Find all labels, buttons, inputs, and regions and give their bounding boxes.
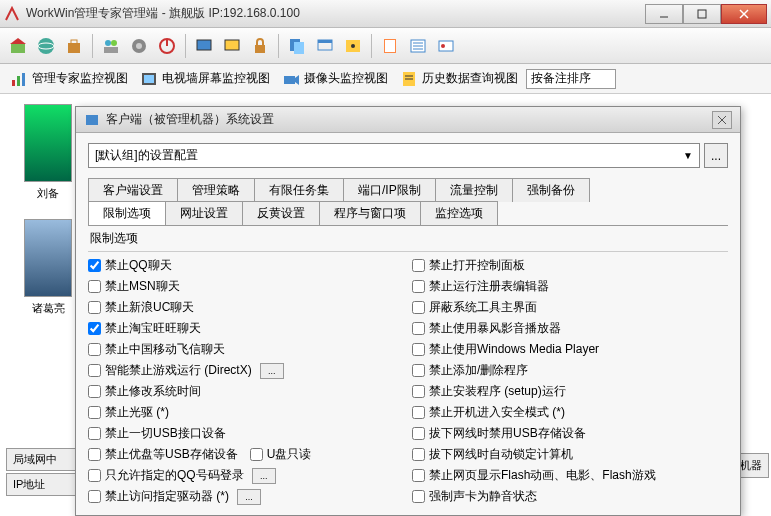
svg-point-33	[441, 44, 445, 48]
option-checkbox[interactable]	[250, 448, 263, 461]
config-more-button[interactable]: ...	[704, 143, 728, 168]
option-more-button[interactable]: ...	[260, 363, 284, 379]
tool-bag-icon[interactable]	[62, 34, 86, 58]
settings-tab[interactable]: 强制备份	[512, 178, 590, 202]
client-thumb[interactable]: 刘备	[24, 104, 72, 201]
settings-tab[interactable]: 网址设置	[165, 201, 243, 225]
minimize-button[interactable]	[645, 4, 683, 24]
option-label: 智能禁止游戏运行 (DirectX)	[105, 362, 252, 379]
tool-globe-icon[interactable]	[34, 34, 58, 58]
option-checkbox[interactable]	[88, 406, 101, 419]
option-checkbox[interactable]	[412, 490, 425, 503]
option-more-button[interactable]: ...	[237, 489, 261, 505]
option-row: 禁止淘宝旺旺聊天	[88, 319, 404, 338]
option-row: 禁止访问指定驱动器 (*)...	[88, 487, 404, 506]
option-label: 禁止开机进入安全模式 (*)	[429, 404, 565, 421]
config-combo[interactable]: [默认组]的设置配置 ▼	[88, 143, 700, 168]
option-label: 拔下网线时禁用USB存储设备	[429, 425, 586, 442]
option-row: 禁止网页显示Flash动画、电影、Flash游戏	[412, 466, 728, 485]
option-checkbox[interactable]	[88, 469, 101, 482]
tool-screen-icon[interactable]	[220, 34, 244, 58]
svg-rect-38	[144, 75, 154, 83]
dialog-icon	[84, 112, 100, 128]
option-label: 禁止中国移动飞信聊天	[105, 341, 225, 358]
settings-tab[interactable]: 客户端设置	[88, 178, 178, 202]
tool-monitor-icon[interactable]	[192, 34, 216, 58]
option-checkbox[interactable]	[412, 427, 425, 440]
option-checkbox[interactable]	[88, 364, 101, 377]
option-row: 禁止添加/删除程序	[412, 361, 728, 380]
tool-list-icon[interactable]	[406, 34, 430, 58]
tool-book-icon[interactable]	[378, 34, 402, 58]
tab-lan[interactable]: 局域网中	[6, 448, 80, 471]
option-row: 拔下网线时禁用USB存储设备	[412, 424, 728, 443]
tool-gear-icon[interactable]	[127, 34, 151, 58]
settings-tab[interactable]: 端口/IP限制	[343, 178, 436, 202]
tool-card-icon[interactable]	[434, 34, 458, 58]
tool-home-icon[interactable]	[6, 34, 30, 58]
option-checkbox[interactable]	[88, 280, 101, 293]
view-tvwall[interactable]: 电视墙屏幕监控视图	[136, 68, 274, 90]
option-checkbox[interactable]	[88, 259, 101, 272]
settings-tabs: 客户端设置管理策略有限任务集端口/IP限制流量控制强制备份 限制选项网址设置反黄…	[88, 178, 728, 226]
option-row: 屏蔽系统工具主界面	[412, 298, 728, 317]
maximize-button[interactable]	[683, 4, 721, 24]
option-checkbox[interactable]	[412, 469, 425, 482]
dialog-close-button[interactable]	[712, 111, 732, 129]
svg-rect-21	[294, 42, 304, 54]
tool-lock-icon[interactable]	[248, 34, 272, 58]
option-row: 禁止新浪UC聊天	[88, 298, 404, 317]
svg-rect-19	[255, 45, 265, 53]
option-checkbox[interactable]	[412, 259, 425, 272]
svg-point-14	[136, 43, 142, 49]
settings-tab[interactable]: 反黄设置	[242, 201, 320, 225]
svg-rect-18	[225, 40, 239, 50]
option-checkbox[interactable]	[88, 448, 101, 461]
svg-rect-39	[284, 76, 295, 84]
option-row: 拔下网线时自动锁定计算机	[412, 445, 728, 464]
view-manager[interactable]: 管理专家监控视图	[6, 68, 132, 90]
tool-power-icon[interactable]	[155, 34, 179, 58]
sort-input[interactable]	[526, 69, 616, 89]
svg-marker-40	[295, 75, 299, 85]
option-checkbox[interactable]	[412, 280, 425, 293]
option-checkbox[interactable]	[412, 301, 425, 314]
tool-copy-icon[interactable]	[285, 34, 309, 58]
view-history[interactable]: 历史数据查询视图	[396, 68, 522, 90]
option-label: 禁止光驱 (*)	[105, 404, 169, 421]
option-checkbox[interactable]	[88, 427, 101, 440]
close-button[interactable]	[721, 4, 767, 24]
history-icon	[400, 70, 418, 88]
svg-rect-17	[197, 40, 211, 50]
settings-tab[interactable]: 流量控制	[435, 178, 513, 202]
option-checkbox[interactable]	[412, 322, 425, 335]
window-title: WorkWin管理专家管理端 - 旗舰版 IP:192.168.0.100	[26, 5, 645, 22]
option-more-button[interactable]: ...	[252, 468, 276, 484]
option-label: 禁止淘宝旺旺聊天	[105, 320, 201, 337]
settings-tab[interactable]: 有限任务集	[254, 178, 344, 202]
option-checkbox[interactable]	[412, 343, 425, 356]
svg-rect-12	[104, 47, 118, 53]
option-checkbox[interactable]	[412, 406, 425, 419]
settings-tab[interactable]: 管理策略	[177, 178, 255, 202]
option-checkbox[interactable]	[412, 364, 425, 377]
option-checkbox[interactable]	[88, 301, 101, 314]
view-camera[interactable]: 摄像头监控视图	[278, 68, 392, 90]
tab-ip[interactable]: IP地址	[6, 473, 80, 496]
option-checkbox[interactable]	[412, 448, 425, 461]
option-checkbox[interactable]	[88, 490, 101, 503]
settings-tab[interactable]: 限制选项	[88, 201, 166, 225]
option-label: 禁止网页显示Flash动画、电影、Flash游戏	[429, 467, 656, 484]
option-row: 禁止开机进入安全模式 (*)	[412, 403, 728, 422]
option-checkbox[interactable]	[88, 385, 101, 398]
option-checkbox[interactable]	[412, 385, 425, 398]
settings-tab[interactable]: 程序与窗口项	[319, 201, 421, 225]
client-thumb[interactable]: 诸葛亮	[24, 219, 72, 316]
settings-tab[interactable]: 监控选项	[420, 201, 498, 225]
tool-users-icon[interactable]	[99, 34, 123, 58]
option-checkbox[interactable]	[88, 322, 101, 335]
option-checkbox[interactable]	[88, 343, 101, 356]
tool-window2-icon[interactable]	[313, 34, 337, 58]
tool-lockscreen-icon[interactable]	[341, 34, 365, 58]
svg-rect-4	[11, 44, 25, 53]
